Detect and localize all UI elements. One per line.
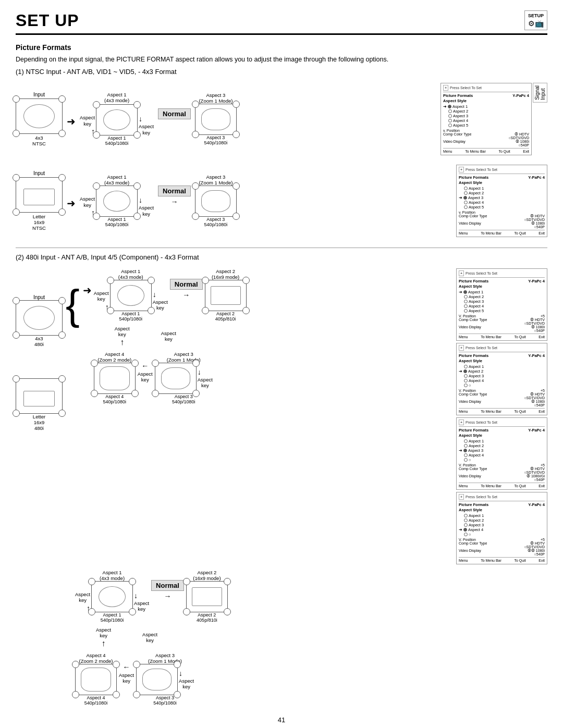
osd2-header: + Press Select To Set [459,167,545,174]
input-letter-480i: Letter16x9480i [16,378,63,431]
s2b-normal-top: Normal → [151,580,184,600]
s2b-aspect2-top: Aspect 2(16x9 mode) Aspect 2405p/810i [186,570,228,623]
s2b-ak-up1: Aspectkey [75,591,90,603]
osd2-label: Aspect Style [459,180,545,185]
osd2-value: Y-PaPc 4 [528,175,545,180]
row1-ntsc: Input 4x3NTSC ➜ Aspect 1(4x3 mode) Aspec… [16,83,547,155]
tv-ntsc-label: 4x3NTSC [32,135,46,146]
osd-menu6: + Press Select To Set Picture FormatsY-P… [456,492,547,564]
section1-diagrams: Input 4x3NTSC ➜ Aspect 1(4x3 mode) Aspec… [16,83,547,237]
aspect3b-block: Aspect 3(Zoom 1 Mode) Aspect 3540p/1080i [195,174,237,227]
tv-letter-480i [16,378,63,414]
osd-block2: + Press Select To Set Picture Formats Y-… [456,165,547,237]
osd1-item3: Aspect 4 [443,118,529,123]
s2-normal-top: Normal → [170,279,203,299]
tv-letter-label: Letter16x9NTSC [32,214,46,231]
s2-right-ak: Aspectkey [161,330,176,342]
s2b-aspect4-bot: Aspect 4(Zoom 2 mode) Aspect 4540p/1080i [75,652,117,706]
tv-aspect1 [96,104,138,135]
osd2-item2: ➜Aspect 3 [459,195,545,200]
s2b-arrow-right-top: → [164,592,171,600]
osd2-title-row: Picture Formats Y-PaPc 4 [459,175,545,180]
osd1-press: Press Select To Set [450,86,482,90]
s2-a1-res: Aspect 1540p/1080i [119,311,142,322]
s2-aspect4-mode: Aspect 4(Zoom 2 mode) [97,351,131,363]
s2-a3-res: Aspect 3540p/1080i [172,394,195,404]
arrow1: ➜ [67,115,76,128]
arrow2: ➜ [67,197,76,209]
row2-ntsc-letter: Input Letter16x9NTSC ➜ Aspect 1(4x3 mode… [16,165,547,237]
s2b-a3-res: Aspect 3540p/1080i [153,695,177,706]
s2b-tv-a3 [136,664,178,695]
osd2-press: Press Select To Set [466,168,497,171]
aspect1b-block: Aspect 1(4x3 mode) Aspectkey ↑ Aspect 15… [80,174,154,227]
aspect-diagrams-s2-b: Aspect 1(4x3 mode) Aspectkey ↑ [75,570,228,706]
osd1-title-row: Picture Formats Y-PaPc 4 [443,93,529,98]
s2-tv-a3 [155,363,197,394]
s2b-a1-res: Aspect 1540p/1080i [101,612,124,623]
osd1-label: Aspect Style [443,98,467,103]
arrow-down1: ↓ [139,115,142,123]
subsection1-title: (1) NTSC Input - ANT A/B, VID1 ~ VID5, -… [16,68,547,76]
aspect1-mode-label: Aspect 1(4x3 mode) [104,92,129,103]
section-divider [16,248,547,248]
s2b-ak-a3: Aspectkey [179,678,194,690]
tv-letter-ntsc [16,177,63,213]
s2b-a2-res: Aspect 2405p/810i [197,612,217,623]
s2-aspect1-mode: Aspect 1(4x3 mode) [118,268,143,280]
s2b-top-row: Aspect 1(4x3 mode) Aspectkey ↑ [75,570,228,623]
s2b-ak-down1: Aspectkey [134,600,149,612]
s2b-aspect2-mode: Aspect 2(16x9 mode) [193,570,221,581]
s2b-a4-res: Aspect 4540p/1080i [84,695,108,706]
page-header: SET UP SETUP ⚙📺 [16,10,547,35]
s2b-right-ak: Aspectkey [142,632,157,644]
tv-aspect3b [195,186,237,217]
s2b-left-ak: Aspectkey ↑ [96,627,111,648]
s2b-ak-bot-center: Aspectkey [119,672,134,684]
osd-menu2: + Press Select To Set Picture Formats Y-… [456,165,547,237]
osd1-item0: ➜Aspect 1 [443,104,529,109]
osd1-items: ➜Aspect 1 Aspect 2 Aspect 3 Aspect 4 Asp… [443,104,529,128]
osd1-item1: Aspect 2 [443,109,529,114]
osd1-title: Picture Formats [443,93,473,98]
osd1-icon: + [443,85,448,91]
s2b-aspect1-mode: Aspect 1(4x3 mode) [100,570,125,581]
s2-aspect2-top: Aspect 2(16x9 mode) Aspect 2405p/810i [205,268,247,322]
aspect-key-up1: Aspectkey [80,115,95,127]
section-desc: Depending on the input signal, the PICTU… [16,55,547,65]
aspect1-block: Aspect 1(4x3 mode) Aspectkey ↑ [80,92,154,146]
s2-tv-a4 [94,363,136,394]
arrow-down2: ↓ [139,196,142,204]
input-label3: Input [33,294,45,300]
s2-tv-a2 [205,280,247,311]
osd2-icon: + [459,167,464,172]
s2-tv-a1 [110,280,152,311]
s2-a4-res: Aspect 4540p/1080i [103,394,126,404]
input-signal-label1: InputSignal [533,83,547,103]
aspect-diagrams-s2: Aspect 1(4x3 mode) Aspectkey ↑ [94,268,247,404]
tv-4x3-480i [16,300,63,336]
page-number: 41 [16,716,547,724]
osd1-item2: Aspect 3 [443,114,529,118]
input-label2: Input [33,170,45,176]
input-tv-letter: Input Letter16x9NTSC [16,170,63,231]
normal-label1: Normal [158,108,191,119]
input-label: Input [33,92,45,97]
section-title: Picture Formats [16,43,547,52]
s2-up-arrow-left: ↑ [120,338,124,347]
tv-aspect3 [195,104,237,135]
s2b-up-arrow-left: ↑ [102,639,106,648]
osd2-item0: Aspect 1 [459,186,545,191]
setup-icon: SETUP ⚙📺 [524,10,547,30]
s2b-middle-connectors: Aspectkey ↑ Aspectkey [96,627,228,648]
tv-letter-480i-label: Letter16x9480i [33,414,45,431]
input-4x3-480i: Input 4x3480i [16,294,63,347]
osd2-item4: Aspect 5 [459,205,545,209]
page-title: SET UP [16,11,79,30]
aspect3-res-label: Aspect 3540p/1080i [204,135,228,145]
s2b-arrow-down-a3: ↓ [179,669,182,677]
osd2-item1: Aspect 2 [459,191,545,195]
section2-wrap: Input 4x3480i Letter16x9480i { [16,268,547,564]
osd1-aspect-row: Aspect Style [443,98,529,103]
s2b-arrow-left-bot: ← [123,663,130,671]
